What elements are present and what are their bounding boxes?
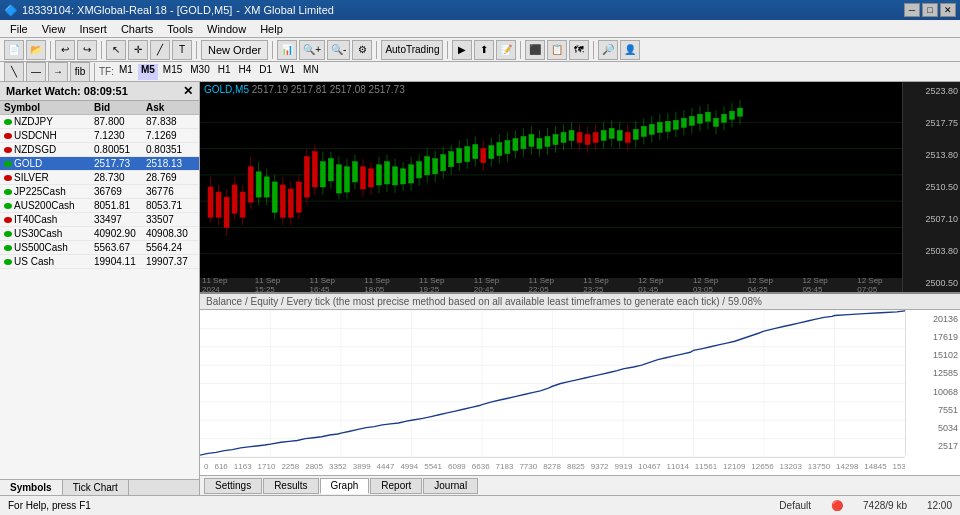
- toolbar-sep-7: [520, 41, 521, 59]
- menu-charts[interactable]: Charts: [115, 22, 159, 36]
- y-label: 7551: [908, 405, 958, 415]
- tab-results[interactable]: Results: [263, 478, 318, 494]
- x-label: 12656: [751, 462, 773, 471]
- x-label: 14845: [864, 462, 886, 471]
- tf-h4[interactable]: H4: [236, 64, 255, 80]
- y-label: 2517: [908, 441, 958, 451]
- list-item[interactable]: IT40Cash 33497 33507: [0, 213, 199, 227]
- list-item[interactable]: AUS200Cash 8051.81 8053.71: [0, 199, 199, 213]
- toolbar-sep-2: [101, 41, 102, 59]
- tab-graph[interactable]: Graph: [320, 478, 370, 494]
- equity-svg: [200, 310, 905, 457]
- symbol-name: AUS200Cash: [0, 199, 90, 212]
- menu-view[interactable]: View: [36, 22, 72, 36]
- navigator-button[interactable]: 🗺: [569, 40, 589, 60]
- bid-price: 8051.81: [90, 199, 142, 212]
- zoom-out-button[interactable]: 🔍-: [327, 40, 350, 60]
- minimize-button[interactable]: ─: [904, 3, 920, 17]
- symbol-name: JP225Cash: [0, 185, 90, 198]
- maximize-button[interactable]: □: [922, 3, 938, 17]
- time-label: 12 Sep 01:45: [638, 278, 681, 292]
- properties-button[interactable]: ⚙: [352, 40, 372, 60]
- tab-report[interactable]: Report: [370, 478, 422, 494]
- hline-tool[interactable]: —: [26, 62, 46, 82]
- toolbar-sep-8: [593, 41, 594, 59]
- list-item[interactable]: GOLD 2517.73 2518.13: [0, 157, 199, 171]
- tf-m1[interactable]: M1: [116, 64, 136, 80]
- pointer-button[interactable]: ↖: [106, 40, 126, 60]
- tf-m5[interactable]: M5: [138, 64, 158, 80]
- help-text: For Help, press F1: [8, 500, 91, 511]
- undo-button[interactable]: ↩: [55, 40, 75, 60]
- title-separator: -: [236, 4, 240, 16]
- expert-button[interactable]: ▶: [452, 40, 472, 60]
- draw-line-tool[interactable]: ╲: [4, 62, 24, 82]
- equity-x-axis: 0 616 1163 1710 2258 2805 3352 3899 4447…: [200, 457, 905, 475]
- toolbar-sep-3: [196, 41, 197, 59]
- x-label: 8278: [543, 462, 561, 471]
- open-button[interactable]: 📂: [26, 40, 46, 60]
- tf-label: TF:: [99, 66, 114, 77]
- tab-tick-chart[interactable]: Tick Chart: [63, 480, 129, 495]
- new-file-button[interactable]: 📄: [4, 40, 24, 60]
- list-item[interactable]: USDCNH 7.1230 7.1269: [0, 129, 199, 143]
- arrow-tool[interactable]: →: [48, 62, 68, 82]
- chart-type-button[interactable]: 📊: [277, 40, 297, 60]
- tf-h1[interactable]: H1: [215, 64, 234, 80]
- tf-w1[interactable]: W1: [277, 64, 298, 80]
- line-button[interactable]: ╱: [150, 40, 170, 60]
- redo-button[interactable]: ↪: [77, 40, 97, 60]
- tf-d1[interactable]: D1: [256, 64, 275, 80]
- indicators-button[interactable]: ⬆: [474, 40, 494, 60]
- ask-price: 0.80351: [142, 143, 194, 156]
- x-label: 6089: [448, 462, 466, 471]
- list-item[interactable]: JP225Cash 36769 36776: [0, 185, 199, 199]
- x-label: 7183: [496, 462, 514, 471]
- tf-m15[interactable]: M15: [160, 64, 185, 80]
- menu-insert[interactable]: Insert: [73, 22, 113, 36]
- status-dot: [4, 245, 12, 251]
- terminal-button[interactable]: ⬛: [525, 40, 545, 60]
- account-button[interactable]: 👤: [620, 40, 640, 60]
- tf-mn[interactable]: MN: [300, 64, 322, 80]
- x-label: 9372: [591, 462, 609, 471]
- time-label: 11 Sep 16:45: [310, 278, 353, 292]
- candlestick-area: [200, 96, 902, 278]
- time-label: 12 Sep 03:05: [693, 278, 736, 292]
- market-watch-close[interactable]: ✕: [183, 84, 193, 98]
- status-dot: [4, 203, 12, 209]
- close-button[interactable]: ✕: [940, 3, 956, 17]
- new-order-button[interactable]: New Order: [201, 40, 268, 60]
- fib-tool[interactable]: fib: [70, 62, 90, 82]
- list-item[interactable]: SILVER 28.730 28.769: [0, 171, 199, 185]
- text-button[interactable]: T: [172, 40, 192, 60]
- menu-window[interactable]: Window: [201, 22, 252, 36]
- autotrading-button[interactable]: AutoTrading: [381, 40, 443, 60]
- list-item[interactable]: US30Cash 40902.90 40908.30: [0, 227, 199, 241]
- symbol-name: USDCNH: [0, 129, 90, 142]
- ask-price: 36776: [142, 185, 194, 198]
- tab-symbols[interactable]: Symbols: [0, 480, 63, 495]
- menu-tools[interactable]: Tools: [161, 22, 199, 36]
- tab-journal[interactable]: Journal: [423, 478, 478, 494]
- timeframe-toolbar: ╲ — → fib TF: M1 M5 M15 M30 H1 H4 D1 W1 …: [0, 62, 960, 82]
- history-button[interactable]: 📋: [547, 40, 567, 60]
- tab-settings[interactable]: Settings: [204, 478, 262, 494]
- tf-m30[interactable]: M30: [187, 64, 212, 80]
- crosshair-button[interactable]: ✛: [128, 40, 148, 60]
- menu-file[interactable]: File: [4, 22, 34, 36]
- scripts-button[interactable]: 📝: [496, 40, 516, 60]
- y-label: 15102: [908, 350, 958, 360]
- bid-price: 7.1230: [90, 129, 142, 142]
- list-item[interactable]: US500Cash 5563.67 5564.24: [0, 241, 199, 255]
- bid-price: 36769: [90, 185, 142, 198]
- x-label: 9919: [615, 462, 633, 471]
- list-item[interactable]: US Cash 19904.11 19907.37: [0, 255, 199, 269]
- symbol-name: US500Cash: [0, 241, 90, 254]
- list-item[interactable]: NZDSGD 0.80051 0.80351: [0, 143, 199, 157]
- price-label: 2503.80: [905, 246, 958, 256]
- list-item[interactable]: NZDJPY 87.800 87.838: [0, 115, 199, 129]
- search-button[interactable]: 🔎: [598, 40, 618, 60]
- menu-help[interactable]: Help: [254, 22, 289, 36]
- zoom-in-button[interactable]: 🔍+: [299, 40, 325, 60]
